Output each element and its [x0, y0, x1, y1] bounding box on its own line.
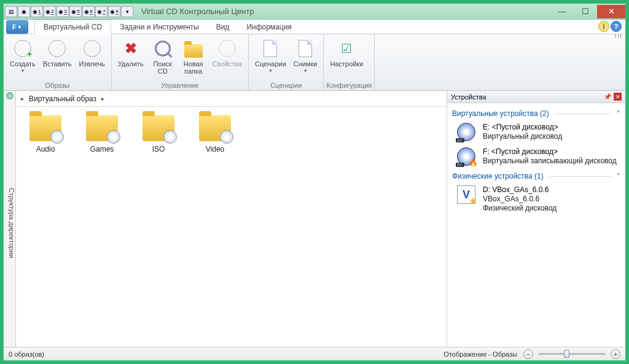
group-label-images: Образы [6, 80, 109, 90]
create-button[interactable]: Создать▼ [6, 36, 39, 80]
ribbon: Создать▼ Вставить Извлечь Образы ✖Удалит… [4, 34, 625, 91]
close-button[interactable]: ✕ [597, 5, 625, 18]
minimize-button[interactable]: — [550, 5, 574, 18]
qa-dropdown[interactable]: ▾ [121, 6, 133, 17]
qa-slot-1[interactable]: ◉1 [31, 6, 43, 17]
breadcrumb[interactable]: ▸ Виртуальный образ ▸ [16, 91, 447, 107]
tab-view[interactable]: Вид [208, 20, 238, 34]
zoom-in-button[interactable]: + [611, 349, 620, 359]
folder-view[interactable]: AudioGamesISOVideo [16, 107, 447, 347]
vbox-icon: V★ [457, 185, 478, 204]
pin-icon[interactable]: 📌 [604, 93, 611, 100]
tab-virtual-cd[interactable]: Виртуальный CD [34, 20, 111, 34]
insert-button[interactable]: Вставить [39, 36, 76, 80]
chevron-up-icon: ˄ [617, 172, 620, 180]
physical-devices-group[interactable]: Физические устройства (1)˄ [452, 172, 620, 180]
ribbon-tab-strip: F▼ Виртуальный CD Задачи и Инструменты В… [4, 20, 625, 34]
devices-panel: Устройства 📌 ✕ Виртуальные устройства (2… [447, 91, 625, 347]
side-dot-icon [6, 92, 14, 99]
help-icon[interactable]: ? [611, 21, 622, 32]
chevron-right-icon: ▸ [101, 95, 104, 102]
qa-slot-5[interactable]: ◉5 [69, 6, 82, 17]
status-bar: 0 образ(ов) Отображение - Образы − + [4, 347, 625, 360]
folder-label: Audio [36, 145, 55, 153]
folder-item[interactable]: Audio [26, 115, 65, 153]
window-buttons: — ☐ ✕ [550, 5, 625, 18]
group-label-config: Конфигурация [326, 80, 372, 90]
virtual-drive-item[interactable]: BD🔥F: <Пустой дисковод>Виртуальный запис… [452, 145, 620, 169]
chevron-up-icon: ˄ [617, 110, 620, 118]
devices-body: Виртуальные устройства (2)˄ BDE: <Пустой… [447, 103, 625, 347]
folder-item[interactable]: Games [82, 115, 122, 153]
zoom-out-button[interactable]: − [523, 349, 533, 359]
group-label-scenarios: Сценарии [251, 80, 321, 90]
file-menu-button[interactable]: F▼ [6, 20, 28, 34]
disc-overlay-icon [107, 130, 120, 144]
title-bar: ▤ ◉ ◉1◉2◉3◉5◉6◉7◉9 ▾ Virtual CD Контроль… [4, 4, 625, 20]
group-label-manage: Управление [114, 80, 246, 90]
folder-label: ISO [152, 145, 165, 153]
physical-drive-item[interactable]: V★D: VBox_GAs_6.0.6VBox_GAs_6.0.6Физичес… [452, 183, 620, 217]
search-cd-button[interactable]: Поиск CD [147, 36, 178, 80]
ribbon-group-scenarios: Сценарии▼ Снимки▼ Сценарии [249, 34, 324, 90]
disc-overlay-icon [220, 130, 233, 144]
bluray-icon: BD🔥 [457, 147, 478, 166]
folder-item[interactable]: Video [195, 115, 235, 153]
status-view-mode: Отображение - Образы [443, 350, 517, 358]
snapshots-button[interactable]: Снимки▼ [290, 36, 321, 80]
qa-slot-3[interactable]: ◉3 [57, 6, 69, 17]
virtual-drive-item[interactable]: BDE: <Пустой дисковод>Виртуальный дисков… [452, 120, 620, 145]
disc-overlay-icon [50, 130, 64, 144]
qa-slot-6[interactable]: ◉6 [82, 6, 95, 17]
quick-access-toolbar: ▤ ◉ ◉1◉2◉3◉5◉6◉7◉9 ▾ [4, 6, 134, 17]
info-icon[interactable]: i [598, 21, 609, 32]
breadcrumb-back-icon: ▸ [21, 95, 24, 102]
folder-label: Games [90, 145, 114, 153]
ribbon-group-images: Создать▼ Вставить Извлечь Образы [4, 34, 112, 90]
close-panel-button[interactable]: ✕ [614, 93, 622, 101]
tab-tasks-tools[interactable]: Задачи и Инструменты [111, 20, 207, 34]
disc-overlay-icon [163, 130, 177, 144]
ribbon-group-config: ☑Настройки Конфигурация [324, 34, 375, 90]
settings-button[interactable]: ☑Настройки [326, 36, 367, 80]
qa-cd-icon[interactable]: ◉ [18, 6, 30, 17]
scenarios-button[interactable]: Сценарии▼ [251, 36, 290, 80]
folder-icon [199, 115, 231, 141]
folder-icon [143, 115, 174, 141]
qa-slot-9[interactable]: ◉9 [108, 6, 120, 17]
delete-button[interactable]: ✖Удалить [114, 36, 147, 80]
zoom-thumb[interactable] [564, 350, 569, 358]
tab-information[interactable]: Информация [238, 20, 300, 34]
qa-slot-2[interactable]: ◉2 [44, 6, 56, 17]
status-image-count: 0 образ(ов) [9, 350, 44, 358]
devices-title: Устройства [451, 93, 486, 101]
ribbon-mini-labels: I H [614, 33, 622, 39]
virtual-devices-group[interactable]: Виртуальные устройства (2)˄ [452, 109, 620, 118]
eject-button[interactable]: Извлечь [75, 36, 108, 80]
properties-button[interactable]: Свойства [209, 36, 246, 80]
bluray-icon: BD [457, 123, 478, 141]
main-panel: ▸ Виртуальный образ ▸ AudioGamesISOVideo [16, 91, 447, 347]
window-title: Virtual CD Контрольный Центр [141, 7, 254, 16]
qa-slot-7[interactable]: ◉7 [95, 6, 107, 17]
content-area: Структура директории ▸ Виртуальный образ… [4, 91, 625, 347]
app-window: ▤ ◉ ◉1◉2◉3◉5◉6◉7◉9 ▾ Virtual CD Контроль… [3, 3, 626, 361]
directory-structure-tab[interactable]: Структура директории [4, 91, 16, 347]
folder-icon [86, 115, 118, 141]
new-folder-button[interactable]: ★Новая папка [178, 36, 209, 80]
zoom-control: − + [523, 349, 620, 359]
burn-icon: 🔥 [469, 158, 478, 167]
breadcrumb-root[interactable]: Виртуальный образ [29, 95, 96, 103]
folder-label: Video [206, 145, 224, 153]
zoom-slider[interactable] [538, 353, 606, 355]
qa-app-icon[interactable]: ▤ [5, 6, 17, 17]
folder-icon [29, 115, 61, 141]
folder-item[interactable]: ISO [139, 115, 178, 153]
ribbon-group-manage: ✖Удалить Поиск CD ★Новая папка Свойства … [112, 34, 249, 90]
devices-header: Устройства 📌 ✕ [447, 91, 625, 103]
maximize-button[interactable]: ☐ [574, 5, 597, 18]
